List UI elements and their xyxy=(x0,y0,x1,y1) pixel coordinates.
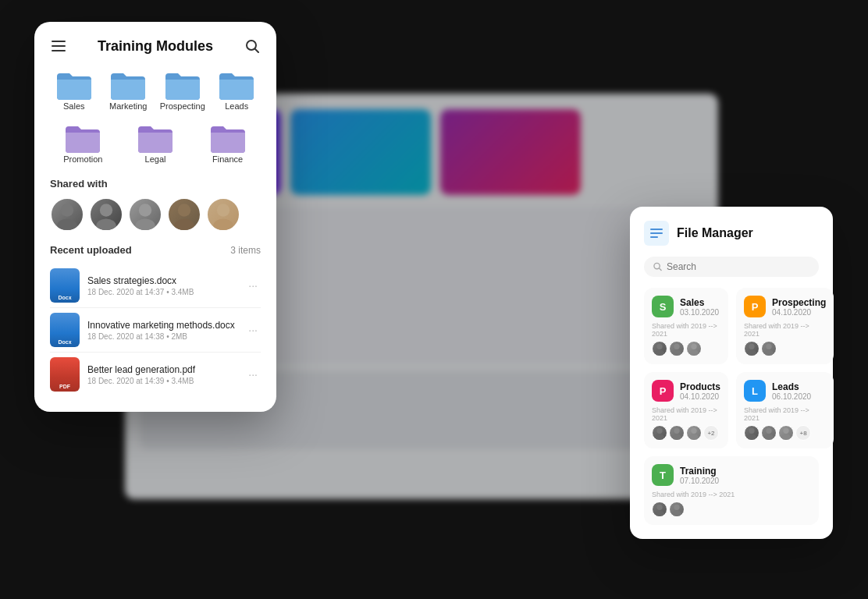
svg-point-5 xyxy=(61,204,73,216)
svg-point-44 xyxy=(674,505,679,510)
svg-point-22 xyxy=(674,344,679,349)
fm-avatar-p1 xyxy=(744,341,760,356)
fm-folder-products-avatars: +2 xyxy=(652,425,720,441)
svg-rect-1 xyxy=(52,45,66,47)
fm-folder-sales[interactable]: S Sales 03.10.2020 Shared with 2019 --> … xyxy=(644,288,728,364)
svg-line-19 xyxy=(660,268,661,270)
svg-rect-16 xyxy=(650,232,663,234)
fm-folder-training[interactable]: T Training 07.10.2020 Shared with 2019 -… xyxy=(644,456,819,525)
svg-point-39 xyxy=(764,434,774,441)
fm-folder-training-container: T Training 07.10.2020 Shared with 2019 -… xyxy=(644,456,819,525)
file-info-1: Sales strategies.docx 18 Dec. 2020 at 14… xyxy=(87,275,245,296)
folder-prospecting[interactable]: Prospecting xyxy=(158,69,207,111)
svg-point-33 xyxy=(672,434,682,441)
fm-folder-training-badge: T xyxy=(652,464,674,486)
svg-point-30 xyxy=(656,428,662,434)
svg-point-11 xyxy=(178,204,190,216)
file-info-3: Better lead generation.pdf 18 Dec. 2020 … xyxy=(87,364,245,385)
fm-extra-products: +2 xyxy=(703,425,719,441)
fm-avatar-t1 xyxy=(652,502,667,517)
avatar-1 xyxy=(50,197,84,232)
fm-folder-products[interactable]: P Products 04.10.2020 Shared with 2019 -… xyxy=(644,372,728,448)
fm-folder-products-shared: Shared with 2019 --> 2021 xyxy=(652,406,720,422)
svg-point-14 xyxy=(213,218,233,232)
svg-point-34 xyxy=(691,428,696,434)
svg-point-10 xyxy=(135,218,155,232)
svg-point-41 xyxy=(781,434,792,441)
recent-uploaded-header: Recent uploaded 3 items xyxy=(50,244,261,256)
svg-point-36 xyxy=(749,428,754,434)
file-list: Docx Sales strategies.docx 18 Dec. 2020 … xyxy=(50,264,261,396)
fm-avatar-1 xyxy=(652,341,667,356)
svg-point-29 xyxy=(764,350,774,356)
fm-folder-prospecting-badge: P xyxy=(744,296,766,317)
folder-finance[interactable]: Finance xyxy=(194,122,261,164)
recent-count: 3 items xyxy=(230,245,261,256)
fm-avatar-l2 xyxy=(761,425,777,441)
file-manager-card: File Manager S Sales 03.10.2020 Shared w… xyxy=(630,207,833,539)
search-icon[interactable] xyxy=(244,37,261,55)
folder-promotion-label: Promotion xyxy=(63,154,102,164)
file-meta-1: 18 Dec. 2020 at 14:37 • 3.4MB xyxy=(87,288,245,296)
fm-folder-training-avatars xyxy=(652,502,811,517)
svg-point-6 xyxy=(57,218,76,232)
file-info-2: Innovative marketing methods.docx 18 Dec… xyxy=(87,320,245,341)
folder-marketing[interactable]: Marketing xyxy=(105,69,153,111)
file-more-icon-2[interactable]: ··· xyxy=(245,322,261,338)
fm-folder-training-header: T Training 07.10.2020 xyxy=(652,464,811,486)
svg-point-8 xyxy=(96,218,116,232)
fm-folder-prospecting-shared: Shared with 2019 --> 2021 xyxy=(744,322,826,338)
svg-point-9 xyxy=(139,204,151,216)
fm-extra-leads: +8 xyxy=(795,425,811,441)
fm-folder-sales-date: 03.10.2020 xyxy=(680,308,719,317)
folder-leads[interactable]: Leads xyxy=(213,69,261,111)
svg-point-13 xyxy=(217,204,229,216)
fm-folder-products-name: Products xyxy=(680,381,720,392)
folder-prospecting-label: Prospecting xyxy=(160,101,205,111)
svg-point-27 xyxy=(747,350,757,356)
folder-sales[interactable]: Sales xyxy=(50,69,98,111)
svg-point-12 xyxy=(174,218,194,232)
fm-folder-leads-name: Leads xyxy=(772,381,811,392)
svg-point-25 xyxy=(689,350,699,356)
fm-avatar-t2 xyxy=(669,502,685,517)
fm-folder-leads-date: 06.10.2020 xyxy=(772,392,811,401)
avatar-3 xyxy=(128,197,162,232)
fm-folder-products-header: P Products 04.10.2020 xyxy=(652,380,720,402)
hamburger-icon[interactable] xyxy=(50,37,67,55)
folder-legal[interactable]: Legal xyxy=(123,122,189,164)
training-card-header: Training Modules xyxy=(50,37,261,55)
svg-point-7 xyxy=(100,204,112,216)
fm-folder-sales-avatars xyxy=(652,341,720,356)
svg-point-45 xyxy=(672,511,682,517)
folder-marketing-label: Marketing xyxy=(109,101,147,111)
search-input[interactable] xyxy=(667,261,809,272)
file-more-icon-3[interactable]: ··· xyxy=(245,367,261,382)
file-manager-icon xyxy=(644,221,669,246)
fm-folder-sales-badge: S xyxy=(652,296,674,317)
fm-folder-training-name: Training xyxy=(680,466,719,477)
folder-sales-label: Sales xyxy=(63,101,85,111)
file-item-2[interactable]: Docx Innovative marketing methods.docx 1… xyxy=(50,308,261,353)
file-item-3[interactable]: PDF Better lead generation.pdf 18 Dec. 2… xyxy=(50,353,261,396)
fm-folder-leads[interactable]: L Leads 06.10.2020 Shared with 2019 --> … xyxy=(736,372,834,448)
search-bar[interactable] xyxy=(644,257,819,277)
folder-grid-row1: Sales Marketing Prospecting Leads xyxy=(50,69,261,111)
file-more-icon-1[interactable]: ··· xyxy=(245,278,261,293)
svg-point-18 xyxy=(654,263,660,268)
svg-point-28 xyxy=(766,344,771,349)
fm-avatar-pr1 xyxy=(652,425,667,441)
file-manager-title: File Manager xyxy=(677,226,753,240)
svg-point-21 xyxy=(655,350,665,356)
folder-promotion[interactable]: Promotion xyxy=(50,122,116,164)
file-name-3: Better lead generation.pdf xyxy=(87,364,245,375)
fm-folder-training-shared: Shared with 2019 --> 2021 xyxy=(652,491,811,498)
fm-avatar-l1 xyxy=(744,425,760,441)
svg-line-4 xyxy=(255,49,258,52)
file-item-1[interactable]: Docx Sales strategies.docx 18 Dec. 2020 … xyxy=(50,264,261,308)
fm-folder-prospecting[interactable]: P Prospecting 04.10.2020 Shared with 201… xyxy=(736,288,834,364)
folder-grid-row2: Promotion Legal Finance xyxy=(50,122,261,164)
svg-point-40 xyxy=(783,428,788,434)
fm-folder-leads-avatars: +8 xyxy=(744,425,826,441)
fm-folder-prospecting-name: Prospecting xyxy=(772,297,826,308)
